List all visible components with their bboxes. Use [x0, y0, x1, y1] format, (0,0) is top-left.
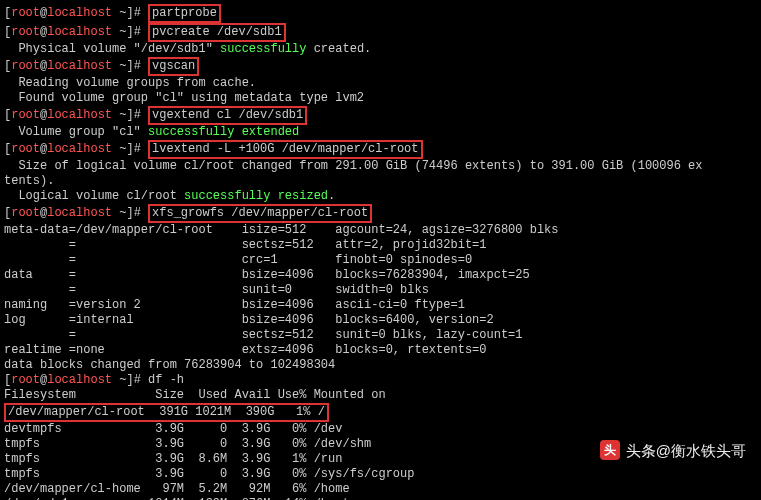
hostname: localhost	[47, 6, 112, 20]
output: meta-data=/dev/mapper/cl-root isize=512 …	[4, 223, 757, 238]
prompt-line: [root@localhost ~]# partprobe	[4, 4, 757, 23]
watermark-icon: 头	[600, 440, 620, 460]
output: tents).	[4, 174, 757, 189]
output: Physical volume "/dev/sdb1" successfully…	[4, 42, 757, 57]
watermark-text: 头条@衡水铁头哥	[626, 443, 746, 458]
terminal[interactable]: [root@localhost ~]# partprobe [root@loca…	[4, 4, 757, 500]
df-header: Filesystem Size Used Avail Use% Mounted …	[4, 388, 757, 403]
df-row: devtmpfs 3.9G 0 3.9G 0% /dev	[4, 422, 757, 437]
cmd-xfs-growfs: xfs_growfs /dev/mapper/cl-root	[148, 204, 372, 223]
watermark: 头 头条@衡水铁头哥	[600, 440, 746, 460]
output: Logical volume cl/root successfully resi…	[4, 189, 757, 204]
prompt-line: [root@localhost ~]# xfs_growfs /dev/mapp…	[4, 204, 757, 223]
output: log =internal bsize=4096 blocks=6400, ve…	[4, 313, 757, 328]
success: successfully extended	[148, 125, 299, 139]
prompt-line: [root@localhost ~]# pvcreate /dev/sdb1	[4, 23, 757, 42]
user: root	[11, 6, 40, 20]
cmd-df: df -h	[148, 373, 184, 387]
output: = crc=1 finobt=0 spinodes=0	[4, 253, 757, 268]
output: Size of logical volume cl/root changed f…	[4, 159, 757, 174]
success: successfully	[220, 42, 306, 56]
output: Found volume group "cl" using metadata t…	[4, 91, 757, 106]
df-row: /dev/mapper/cl-home 97M 5.2M 92M 6% /hom…	[4, 482, 757, 497]
prompt-line: [root@localhost ~]# vgscan	[4, 57, 757, 76]
df-row: tmpfs 3.9G 0 3.9G 0% /sys/fs/cgroup	[4, 467, 757, 482]
cmd-vgscan: vgscan	[148, 57, 199, 76]
cmd-vgextend: vgextend cl /dev/sdb1	[148, 106, 307, 125]
output: naming =version 2 bsize=4096 ascii-ci=0 …	[4, 298, 757, 313]
cmd-partprobe: partprobe	[148, 4, 221, 23]
output: data blocks changed from 76283904 to 102…	[4, 358, 757, 373]
output: = sectsz=512 sunit=0 blks, lazy-count=1	[4, 328, 757, 343]
cmd-lvextend: lvextend -L +100G /dev/mapper/cl-root	[148, 140, 422, 159]
success: successfully resized	[184, 189, 328, 203]
cmd-pvcreate: pvcreate /dev/sdb1	[148, 23, 286, 42]
prompt-line: [root@localhost ~]# vgextend cl /dev/sdb…	[4, 106, 757, 125]
output: data = bsize=4096 blocks=76283904, imaxp…	[4, 268, 757, 283]
prompt-line: [root@localhost ~]# lvextend -L +100G /d…	[4, 140, 757, 159]
output: = sectsz=512 attr=2, projid32bit=1	[4, 238, 757, 253]
df-root-row: /dev/mapper/cl-root 391G 1021M 390G 1% /	[4, 403, 329, 422]
df-row-highlight: /dev/mapper/cl-root 391G 1021M 390G 1% /	[4, 403, 757, 422]
prompt-line: [root@localhost ~]# df -h	[4, 373, 757, 388]
output: realtime =none extsz=4096 blocks=0, rtex…	[4, 343, 757, 358]
output: Reading volume groups from cache.	[4, 76, 757, 91]
output: = sunit=0 swidth=0 blks	[4, 283, 757, 298]
output: Volume group "cl" successfully extended	[4, 125, 757, 140]
